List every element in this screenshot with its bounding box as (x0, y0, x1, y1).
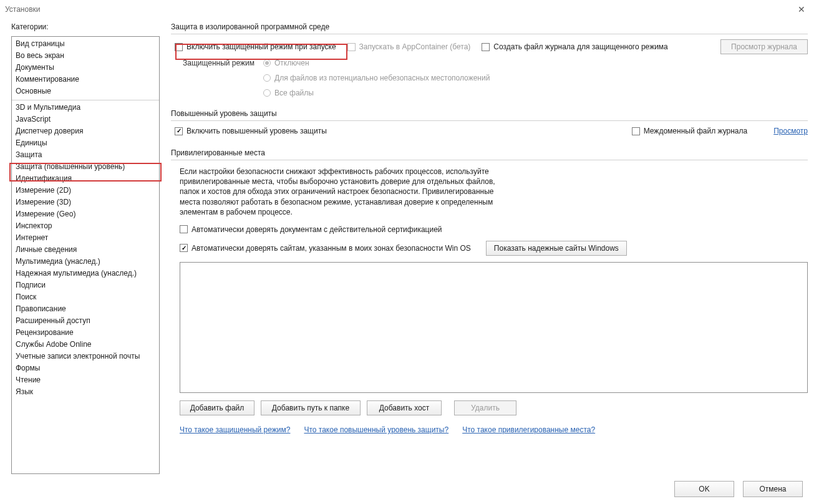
category-item[interactable]: Вид страницы (12, 38, 159, 50)
category-item[interactable]: Во весь экран (12, 50, 159, 62)
category-item[interactable]: JavaScript (12, 114, 159, 125)
add-file-button[interactable]: Добавить файл (180, 400, 254, 415)
radio-protected-off: Отключен (263, 58, 490, 68)
privileged-locations-list[interactable] (180, 262, 808, 393)
show-trusted-sites-button[interactable]: Показать надежные сайты Windows (486, 241, 627, 256)
radio-protected-all-files: Все файлы (263, 88, 490, 98)
help-link-enhanced-security[interactable]: Что такое повышенный уровень защиты? (304, 425, 448, 434)
category-item[interactable]: Комментирование (12, 74, 159, 85)
titlebar: Установки ✕ (0, 0, 819, 19)
category-item[interactable]: Измерение (2D) (12, 185, 159, 196)
section-title-enhanced: Повышенный уровень защиты (171, 109, 808, 121)
categories-listbox[interactable]: Вид страницы Во весь экран Документы Ком… (11, 36, 160, 474)
add-host-button[interactable]: Добавить хост (367, 400, 442, 415)
category-item[interactable]: Рецензирование (12, 327, 159, 339)
categories-label: Категории: (11, 22, 160, 31)
checkbox-auto-trust-certified[interactable]: Автоматически доверять документам с дейс… (180, 225, 442, 235)
category-item[interactable]: Формы (12, 362, 159, 374)
category-item[interactable]: Службы Adobe Online (12, 339, 159, 351)
checkbox-label: Междоменный файл журнала (644, 126, 747, 136)
radio-label: Отключен (274, 58, 309, 68)
checkbox-enable-protected-mode[interactable]: Включить защищенный режим при запуске (175, 42, 336, 52)
category-item[interactable]: Интернет (12, 232, 159, 244)
section-title-privileged: Привилегированные места (171, 148, 808, 160)
help-link-protected-mode[interactable]: Что такое защищенный режим? (180, 425, 290, 434)
category-item[interactable]: 3D и Мультимедиа (12, 102, 159, 114)
add-folder-path-button[interactable]: Добавить путь к папке (261, 400, 361, 415)
category-item[interactable]: Надежная мультимедиа (унаслед.) (12, 268, 159, 279)
checkbox-create-protected-log[interactable]: Создать файл журнала для защищенного реж… (482, 42, 667, 52)
window-title: Установки (5, 5, 789, 14)
category-item[interactable]: Идентификация (12, 173, 159, 185)
help-link-privileged-locations[interactable]: Что такое привилегированные места? (462, 425, 595, 434)
checkbox-auto-trust-winzones[interactable]: Автоматически доверять сайтам, указанным… (180, 243, 471, 253)
category-item[interactable]: Измерение (Geo) (12, 208, 159, 220)
category-item[interactable]: Язык (12, 386, 159, 398)
dialog-footer: OK Отмена (0, 474, 819, 504)
checkbox-label: Создать файл журнала для защищенного реж… (493, 42, 667, 52)
checkbox-label: Включить защищенный режим при запуске (187, 42, 336, 52)
category-item[interactable]: Личные сведения (12, 244, 159, 256)
view-crossdomain-log-link[interactable]: Просмотр (773, 127, 808, 135)
delete-button: Удалить (454, 400, 516, 415)
radio-label: Для файлов из потенциально небезопасных … (274, 73, 490, 83)
cancel-button[interactable]: Отмена (743, 481, 803, 497)
checkbox-label: Автоматически доверять сайтам, указанным… (191, 243, 471, 253)
category-item[interactable]: Учетные записи электронной почты (12, 351, 159, 362)
radio-protected-unsafe-locations: Для файлов из потенциально небезопасных … (263, 73, 490, 83)
close-icon[interactable]: ✕ (789, 4, 814, 14)
category-item[interactable]: Чтение (12, 374, 159, 386)
radio-label: Все файлы (274, 88, 314, 98)
category-item[interactable]: Расширенный доступ (12, 315, 159, 327)
category-item[interactable]: Подписи (12, 279, 159, 291)
checkbox-enable-enhanced-security[interactable]: Включить повышенный уровень защиты (175, 126, 327, 136)
category-item[interactable]: Единицы (12, 137, 159, 149)
protected-mode-label: Защищенный режим (175, 58, 254, 67)
category-item[interactable]: Документы (12, 62, 159, 74)
category-item[interactable]: Мультимедиа (унаслед.) (12, 256, 159, 268)
checkbox-label: Автоматически доверять документам с дейс… (191, 225, 442, 235)
section-title-sandbox: Защита в изолированной программной среде (171, 22, 808, 34)
category-item[interactable]: Инспектор (12, 220, 159, 232)
category-item-security-enhanced[interactable]: Защита (повышенный уровень) (12, 161, 159, 173)
ok-button[interactable]: OK (674, 481, 734, 497)
view-log-button: Просмотр журнала (720, 39, 808, 54)
category-item[interactable]: Правописание (12, 303, 159, 315)
category-item[interactable]: Измерение (3D) (12, 196, 159, 208)
checkbox-label: Запускать в AppContainer (бета) (359, 42, 471, 52)
category-item[interactable]: Поиск (12, 291, 159, 303)
privileged-help-text: Если настройки безопасности снижают эффе… (180, 167, 504, 217)
checkbox-label: Включить повышенный уровень защиты (187, 126, 327, 136)
checkbox-crossdomain-log[interactable]: Междоменный файл журнала (632, 126, 747, 136)
category-item[interactable]: Защита (12, 149, 159, 161)
category-item[interactable]: Основные (12, 85, 159, 97)
category-item[interactable]: Диспетчер доверия (12, 125, 159, 137)
checkbox-run-appcontainer: Запускать в AppContainer (бета) (347, 42, 471, 52)
